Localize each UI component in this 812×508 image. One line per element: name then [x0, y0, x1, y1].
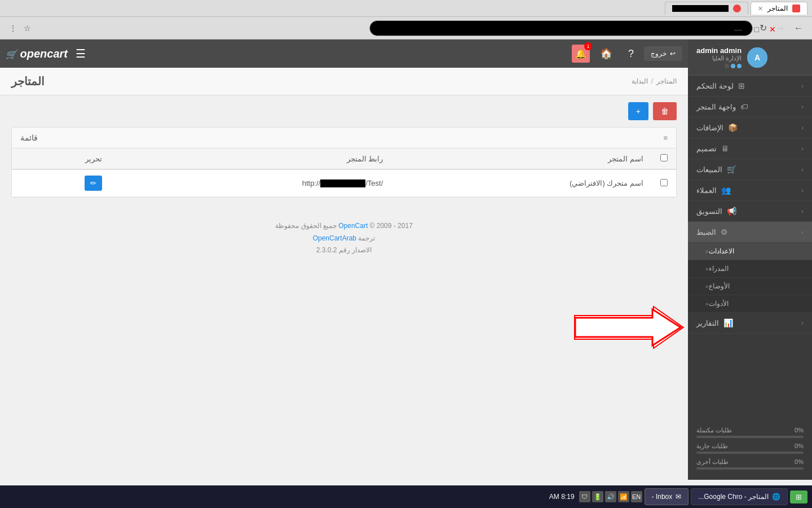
delete-button[interactable]: 🗑	[653, 102, 677, 120]
row-checkbox[interactable]	[660, 179, 668, 186]
inbox-label: Inbox -	[652, 493, 673, 501]
dot2	[731, 64, 735, 68]
taskbar-item-inbox[interactable]: ✉ Inbox -	[645, 488, 689, 505]
close-button[interactable]: ✕	[767, 24, 778, 35]
start-button[interactable]: ⊞	[790, 491, 807, 503]
sidebar-sub-item-admins[interactable]: المدراء «	[688, 260, 812, 278]
browser-tab-active[interactable]: المتاجر ✕	[751, 2, 807, 15]
sidebar-arrow-settings: ›	[801, 229, 804, 235]
th-url: رابط المتجر	[111, 148, 391, 169]
bookmark-button[interactable]: ☆	[21, 23, 33, 34]
breadcrumb: المتاجر / البداية	[632, 77, 677, 85]
panel-title: قائمة	[20, 133, 38, 142]
store-url-cell: /http:///Test	[111, 169, 391, 197]
sidebar-sub-item-config[interactable]: الاعدادات «	[688, 243, 812, 260]
sidebar-arrow-sales: ‹	[801, 166, 804, 173]
select-all-checkbox[interactable]	[660, 154, 668, 161]
lang-icon: EN	[631, 491, 642, 502]
edit-button[interactable]: ✏	[85, 176, 102, 191]
profile-name: admin admin	[696, 46, 742, 55]
sidebar-item-dashboard[interactable]: ‹ ⊞ لوحة التحكم	[688, 76, 812, 97]
settings-button[interactable]: ⋮	[7, 23, 19, 34]
logout-button[interactable]: ↩ خروج	[644, 46, 682, 61]
app-body: admin admin الإدارة العليا A ‹ ⊞ لوحة ال…	[0, 40, 812, 480]
sidebar-item-addons[interactable]: ‹ 📦 الإضافات	[688, 117, 812, 138]
sidebar-item-left-storefront: 🏷 واجهة المتجر	[696, 102, 748, 111]
storefront-icon: 🏷	[740, 102, 748, 111]
maximize-button[interactable]: □	[752, 24, 761, 35]
sidebar-item-customers[interactable]: ‹ 👥 العملاء	[688, 180, 812, 201]
reports-icon: 📊	[723, 318, 733, 327]
dot3	[725, 64, 729, 68]
sidebar-sub-label-modes: الأوضاع	[709, 282, 730, 290]
breadcrumb-separator: /	[651, 77, 653, 85]
store-name-cell: اسم متحرك (الافتراضي)	[391, 169, 652, 197]
app-header: ↩ خروج ? 🏠 🔔 1 ☰ opencart 🛒	[0, 40, 688, 68]
page-footer: OpenCart © 2009 - 2017 جميع الحقوق محفوظ…	[0, 209, 688, 268]
sidebar-item-settings-group[interactable]: › ⚙ الضبط	[688, 222, 812, 243]
addons-icon: 📦	[728, 123, 738, 132]
profile-avatar: A	[747, 47, 767, 68]
sidebar-arrow-design: ‹	[801, 145, 804, 152]
sidebar-arrow-marketing: ‹	[801, 208, 804, 214]
profile-dots	[696, 64, 742, 68]
stat-pending-percent: 0%	[795, 443, 804, 450]
sidebar-sub-label-config: الاعدادات	[709, 247, 734, 255]
notification-button[interactable]: 🔔 1	[572, 45, 590, 63]
sidebar-item-design[interactable]: ‹ 🖥 تصميم	[688, 138, 812, 159]
sys-icon1: 📶	[618, 491, 629, 502]
sidebar-stats: 0% طلبات مكتملة 0% طلبات جارية 0%	[688, 421, 812, 480]
opencart-link[interactable]: OpenCart	[338, 222, 368, 230]
sidebar-item-left-reports: 📊 التقارير	[696, 318, 733, 327]
stat-completed-percent: 0%	[795, 427, 804, 434]
sidebar-item-sales[interactable]: ‹ 🛒 المبيعات	[688, 159, 812, 180]
stat-completed-text: طلبات مكتملة	[696, 427, 732, 434]
browser-tab-2[interactable]	[665, 2, 748, 15]
sidebar-item-left-sales: 🛒 المبيعات	[696, 165, 736, 174]
stat-other-label: 0% طلبات أخرى	[696, 458, 804, 466]
minimize-button[interactable]: —	[732, 24, 744, 35]
help-button[interactable]: ?	[623, 45, 639, 63]
sidebar-label-customers: العملاء	[696, 186, 717, 195]
sidebar-item-left-marketing: 📢 التسويق	[696, 207, 736, 216]
opencartarab-link[interactable]: OpenCartArab	[313, 234, 356, 242]
content-wrapper: المتاجر / البداية المتاجر 🗑 + ≡ قائمة	[0, 68, 688, 268]
hamburger-icon[interactable]: ☰	[76, 47, 86, 60]
sub-chevron-modes: «	[705, 283, 709, 290]
sidebar-label-storefront: واجهة المتجر	[696, 103, 736, 111]
sidebar-sub-item-tools[interactable]: الأدوات «	[688, 295, 812, 313]
notification-badge: 1	[584, 42, 592, 50]
back-button[interactable]: ←	[792, 21, 805, 36]
taskbar-item-chrome[interactable]: 🌐 المتاجر - Google Chro...	[691, 488, 788, 505]
action-bar: 🗑 +	[0, 95, 688, 127]
sidebar-arrow-customers: ‹	[801, 187, 804, 194]
svg-text:A: A	[754, 53, 760, 62]
sidebar-label-addons: الإضافات	[696, 124, 723, 132]
sidebar-item-marketing[interactable]: ‹ 📢 التسويق	[688, 201, 812, 222]
taskbar: ⊞ 🌐 المتاجر - Google Chro... ✉ Inbox - E…	[0, 485, 812, 508]
sidebar-item-reports[interactable]: ‹ 📊 التقارير	[688, 313, 812, 334]
address-input[interactable]	[369, 20, 753, 36]
sidebar-sub-item-modes[interactable]: الأوضاع «	[688, 278, 812, 295]
stat-completed-label: 0% طلبات مكتملة	[696, 427, 804, 434]
opencart-logo: opencart 🛒	[6, 47, 68, 60]
stat-other-text: طلبات أخرى	[696, 458, 729, 466]
sidebar-label-dashboard: لوحة التحكم	[696, 82, 734, 90]
page-title: المتاجر	[11, 75, 45, 88]
stat-pending-text: طلبات جارية	[696, 443, 728, 450]
table-row: اسم متحرك (الافتراضي) /http:///Test ✏	[12, 169, 676, 197]
sidebar-sub-label-tools: الأدوات	[709, 300, 729, 308]
sidebar-sub-label-admins: المدراء	[709, 265, 729, 273]
home-button[interactable]: 🏠	[594, 44, 618, 63]
footer-copy-text: © 2009 - 2017	[370, 222, 413, 230]
add-button[interactable]: +	[628, 102, 648, 120]
url-suffix: /Test	[365, 179, 381, 187]
tab2-url-bar	[672, 5, 729, 12]
red-arrow-svg	[564, 305, 688, 350]
svg-marker-3	[575, 308, 682, 347]
tab-close-button[interactable]: ✕	[758, 5, 763, 12]
marketing-icon: 📢	[727, 207, 736, 216]
table-header-row: اسم المتجر رابط المتجر تحرير	[12, 148, 676, 169]
sidebar-item-storefront[interactable]: ‹ 🏷 واجهة المتجر	[688, 97, 812, 117]
sidebar: admin admin الإدارة العليا A ‹ ⊞ لوحة ال…	[688, 40, 812, 480]
